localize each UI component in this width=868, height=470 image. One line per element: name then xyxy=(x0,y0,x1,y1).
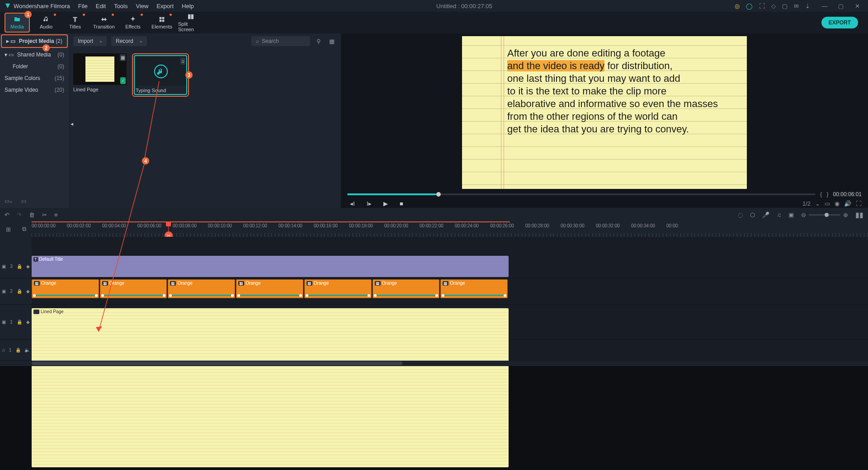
menu-view[interactable]: View xyxy=(136,3,148,9)
clip-orange[interactable]: ▦Orange xyxy=(373,279,440,298)
clip-orange[interactable]: ▦Orange xyxy=(100,279,167,298)
zoom-dropdown-icon[interactable]: ⌄ xyxy=(815,200,820,207)
mixer-icon[interactable]: ♫ xyxy=(777,212,781,218)
marker-icon[interactable]: ⬡ xyxy=(750,212,755,218)
delete-icon[interactable]: 🗑 xyxy=(29,212,35,218)
link-icon[interactable]: ⧉ xyxy=(22,226,26,233)
clip-lined-page[interactable]: ▦Lined Page xyxy=(32,308,509,467)
clip-orange[interactable]: ▦Orange xyxy=(32,279,99,298)
mute-icon[interactable]: 🔈 xyxy=(24,348,30,352)
tab-split-screen[interactable]: Split Screen xyxy=(178,13,203,33)
media-item-typing-sound[interactable]: ♫ Typing Sound xyxy=(134,55,187,95)
tab-titles[interactable]: Titles xyxy=(62,13,88,33)
menu-tools[interactable]: Tools xyxy=(114,3,127,9)
progress-bar[interactable] xyxy=(347,193,816,195)
track-add-icon[interactable]: ⊞ xyxy=(6,226,11,233)
undo-icon[interactable]: ↶ xyxy=(5,212,9,218)
tab-effects[interactable]: Effects xyxy=(120,13,146,33)
gift-icon[interactable]: ⛶ xyxy=(759,3,765,9)
menu-file[interactable]: File xyxy=(78,3,88,9)
preview-panel: After you are done editing a footageand … xyxy=(341,33,868,208)
visibility-icon[interactable]: ◆ xyxy=(26,320,30,324)
filter-icon[interactable]: ⚲ xyxy=(315,38,323,45)
mark-out-icon[interactable]: } xyxy=(826,191,828,197)
folder-icon xyxy=(13,16,21,23)
play-icon[interactable]: Ⅰ▸ xyxy=(364,200,374,207)
tab-elements[interactable]: Elements xyxy=(149,13,175,33)
clip-orange[interactable]: ▦Orange xyxy=(304,279,372,298)
grid-view-icon[interactable]: ▦ xyxy=(327,38,336,45)
zoom-out-icon[interactable]: ⊖ xyxy=(801,212,806,218)
zoom-fit-icon[interactable]: ▮▮ xyxy=(855,211,863,219)
visibility-icon[interactable]: ◆ xyxy=(26,289,30,294)
menu-export[interactable]: Export xyxy=(156,3,174,9)
message-icon[interactable]: ✉ xyxy=(794,3,799,9)
lock-icon[interactable]: 🔒 xyxy=(17,264,22,269)
menubar: Wondershare Filmora File Edit Tools View… xyxy=(0,0,868,12)
visibility-icon[interactable]: ◆ xyxy=(26,264,30,269)
fullscreen-icon[interactable]: ⛶ xyxy=(856,200,862,207)
lock-icon[interactable]: 🔒 xyxy=(15,348,21,352)
tips-icon[interactable]: ◎ xyxy=(735,3,740,9)
middle-panel: ▸ ▭ Project Media (2) 2 ▾ ▭ Shared Media… xyxy=(0,33,868,208)
sidebar-item-sample-colors[interactable]: Sample Colors(15) xyxy=(0,72,69,84)
sidebar-item-shared-media[interactable]: ▾ ▭ Shared Media (0) xyxy=(0,49,69,61)
lock-icon[interactable]: 🔒 xyxy=(17,289,22,294)
adjust-icon[interactable]: ≡ xyxy=(54,212,58,218)
clip-default-title[interactable]: TDefault Title xyxy=(32,256,509,277)
clip-orange[interactable]: ▦Orange xyxy=(236,279,303,298)
search-input[interactable]: ⌕ Search xyxy=(251,36,310,46)
zoom-control[interactable]: ⊖ ⊕ xyxy=(801,212,848,218)
voiceover-icon[interactable]: 🎤 xyxy=(762,212,769,218)
open-folder-icon[interactable]: ▭ xyxy=(21,198,26,204)
account-icon[interactable]: ◇ xyxy=(771,3,776,9)
prev-frame-icon[interactable]: ◂Ⅰ xyxy=(347,200,358,207)
volume-icon[interactable]: 🔊 xyxy=(844,200,851,207)
zoom-in-icon[interactable]: ⊕ xyxy=(843,212,848,218)
tab-transition[interactable]: Transition xyxy=(91,13,117,33)
track-type-icon: ▣ xyxy=(2,264,6,269)
zoom-ratio[interactable]: 1/2 xyxy=(802,200,811,207)
image-clip-icon: ▦ xyxy=(33,310,39,314)
render-icon[interactable]: ◌ xyxy=(738,212,743,218)
tab-media[interactable]: Media 1 xyxy=(5,13,30,33)
timecode: 00:00:06:01 xyxy=(833,191,862,197)
media-item-lined-page[interactable]: ▦ ✓ Lined Page xyxy=(73,53,127,97)
split-icon[interactable]: ✂ xyxy=(42,212,47,218)
toolbar-tabs: Media 1 Audio Titles Transition Effects … xyxy=(0,12,868,33)
sidebar-item-project-media[interactable]: ▸ ▭ Project Media (2) 2 xyxy=(1,34,68,48)
clip-orange[interactable]: ▦Orange xyxy=(440,279,508,298)
export-button[interactable]: EXPORT xyxy=(821,17,858,28)
cloud-icon[interactable]: ⇣ xyxy=(805,3,810,9)
redo-icon[interactable]: ↷ xyxy=(17,212,22,218)
menu-edit[interactable]: Edit xyxy=(96,3,106,9)
headset-icon[interactable]: ◯ xyxy=(746,3,753,9)
stop-icon[interactable]: ■ xyxy=(397,200,406,207)
collapse-sidebar-icon[interactable]: ◂ xyxy=(71,121,73,127)
chevron-right-icon: ▸ xyxy=(6,38,9,44)
snapshot-icon[interactable]: ◉ xyxy=(835,200,840,207)
new-folder-icon[interactable]: ▭₊ xyxy=(5,198,12,204)
crop-icon[interactable]: ▣ xyxy=(788,212,794,218)
split-marker-icon[interactable]: ✂ xyxy=(165,231,173,237)
clip-orange[interactable]: ▦Orange xyxy=(168,279,235,298)
save-icon[interactable]: ▢ xyxy=(782,3,788,9)
play-button[interactable]: ▶ xyxy=(381,200,391,207)
tab-audio[interactable]: Audio xyxy=(33,13,59,33)
lock-icon[interactable]: 🔒 xyxy=(17,320,22,324)
quality-icon[interactable]: ▭ xyxy=(825,200,830,207)
sidebar-item-folder[interactable]: Folder(0) xyxy=(0,61,69,72)
minimize-icon[interactable]: — xyxy=(818,3,831,9)
close-icon[interactable]: ✕ xyxy=(851,3,863,9)
record-dropdown[interactable]: Record xyxy=(111,36,147,46)
mark-in-icon[interactable]: { xyxy=(820,191,822,197)
timeline-scrollbar[interactable] xyxy=(0,361,868,366)
search-icon: ⌕ xyxy=(256,38,259,44)
menu-help[interactable]: Help xyxy=(182,3,194,9)
import-dropdown[interactable]: Import xyxy=(73,36,107,46)
timeline-ruler[interactable]: ✂ 00:00:00:0000:00:02:0000:00:04:0000:00… xyxy=(32,221,868,237)
maximize-icon[interactable]: ▢ xyxy=(835,3,847,9)
sidebar-item-sample-video[interactable]: Sample Video(20) xyxy=(0,84,69,96)
brand: Wondershare Filmora xyxy=(5,3,70,9)
timeline-tracks: ▣3🔒◆ TDefault Title ▣2🔒◆ ▦Orange▦Orange▦… xyxy=(0,237,868,361)
